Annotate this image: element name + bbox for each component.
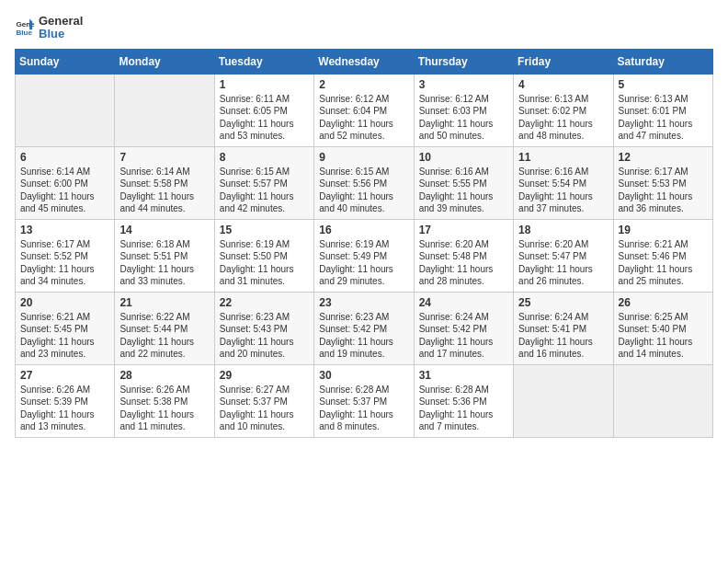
- calendar-cell: 19Sunrise: 6:21 AMSunset: 5:46 PMDayligh…: [613, 219, 712, 292]
- week-row-1: 1Sunrise: 6:11 AMSunset: 6:05 PMDaylight…: [16, 74, 713, 146]
- day-number: 6: [20, 151, 109, 164]
- day-number: 2: [319, 78, 408, 91]
- day-number: 26: [619, 296, 708, 309]
- calendar-cell: 30Sunrise: 6:28 AMSunset: 5:37 PMDayligh…: [314, 364, 414, 437]
- day-number: 25: [518, 296, 608, 309]
- day-number: 28: [119, 369, 209, 382]
- cell-text: Sunrise: 6:28 AMSunset: 5:36 PMDaylight:…: [419, 384, 508, 433]
- logo: General Blue General Blue: [15, 15, 83, 41]
- header: General Blue General Blue: [15, 15, 713, 41]
- calendar-cell: 9Sunrise: 6:15 AMSunset: 5:56 PMDaylight…: [314, 146, 414, 219]
- day-number: 1: [220, 78, 309, 91]
- day-number: 24: [419, 296, 508, 309]
- calendar-cell: [613, 364, 712, 437]
- cell-text: Sunrise: 6:26 AMSunset: 5:39 PMDaylight:…: [20, 384, 109, 433]
- calendar-cell: 7Sunrise: 6:14 AMSunset: 5:58 PMDaylight…: [115, 146, 214, 219]
- calendar-cell: 14Sunrise: 6:18 AMSunset: 5:51 PMDayligh…: [115, 219, 214, 292]
- cell-text: Sunrise: 6:11 AMSunset: 6:05 PMDaylight:…: [220, 93, 309, 143]
- svg-text:Blue: Blue: [16, 29, 32, 37]
- calendar-cell: 6Sunrise: 6:14 AMSunset: 6:00 PMDaylight…: [16, 146, 115, 219]
- cell-text: Sunrise: 6:20 AMSunset: 5:48 PMDaylight:…: [419, 238, 508, 288]
- day-number: 10: [419, 151, 508, 164]
- cell-text: Sunrise: 6:21 AMSunset: 5:46 PMDaylight:…: [619, 238, 708, 288]
- calendar-cell: 20Sunrise: 6:21 AMSunset: 5:45 PMDayligh…: [16, 292, 115, 364]
- day-number: 3: [419, 78, 508, 91]
- calendar-table: SundayMondayTuesdayWednesdayThursdayFrid…: [15, 49, 713, 438]
- cell-text: Sunrise: 6:17 AMSunset: 5:53 PMDaylight:…: [619, 166, 708, 215]
- logo-icon: General Blue: [15, 17, 35, 38]
- day-number: 13: [20, 224, 109, 236]
- calendar-cell: 17Sunrise: 6:20 AMSunset: 5:48 PMDayligh…: [414, 219, 513, 292]
- day-number: 18: [518, 224, 608, 236]
- day-number: 12: [619, 151, 708, 164]
- calendar-cell: 4Sunrise: 6:13 AMSunset: 6:02 PMDaylight…: [514, 74, 613, 146]
- cell-text: Sunrise: 6:22 AMSunset: 5:44 PMDaylight:…: [119, 311, 209, 361]
- header-row: SundayMondayTuesdayWednesdayThursdayFrid…: [16, 49, 713, 74]
- calendar-cell: 27Sunrise: 6:26 AMSunset: 5:39 PMDayligh…: [16, 364, 115, 437]
- cell-text: Sunrise: 6:19 AMSunset: 5:50 PMDaylight:…: [220, 238, 309, 288]
- day-number: 31: [419, 369, 508, 382]
- cell-text: Sunrise: 6:18 AMSunset: 5:51 PMDaylight:…: [119, 238, 209, 288]
- calendar-header: SundayMondayTuesdayWednesdayThursdayFrid…: [16, 49, 713, 74]
- day-number: 22: [220, 296, 309, 309]
- calendar-cell: 15Sunrise: 6:19 AMSunset: 5:50 PMDayligh…: [214, 219, 313, 292]
- page-container: General Blue General Blue SundayMondayTu…: [0, 0, 728, 447]
- day-number: 21: [119, 296, 209, 309]
- calendar-cell: 26Sunrise: 6:25 AMSunset: 5:40 PMDayligh…: [613, 292, 712, 364]
- week-row-4: 20Sunrise: 6:21 AMSunset: 5:45 PMDayligh…: [16, 292, 713, 364]
- calendar-cell: 31Sunrise: 6:28 AMSunset: 5:36 PMDayligh…: [414, 364, 513, 437]
- day-number: 9: [319, 151, 408, 164]
- cell-text: Sunrise: 6:20 AMSunset: 5:47 PMDaylight:…: [518, 238, 608, 288]
- calendar-cell: 8Sunrise: 6:15 AMSunset: 5:57 PMDaylight…: [214, 146, 313, 219]
- column-header-wednesday: Wednesday: [314, 49, 414, 74]
- calendar-cell: 13Sunrise: 6:17 AMSunset: 5:52 PMDayligh…: [16, 219, 115, 292]
- calendar-cell: 12Sunrise: 6:17 AMSunset: 5:53 PMDayligh…: [613, 146, 712, 219]
- calendar-cell: 23Sunrise: 6:23 AMSunset: 5:42 PMDayligh…: [314, 292, 414, 364]
- calendar-cell: 3Sunrise: 6:12 AMSunset: 6:03 PMDaylight…: [414, 74, 513, 146]
- day-number: 14: [119, 224, 209, 236]
- day-number: 4: [518, 78, 608, 91]
- day-number: 19: [619, 224, 708, 236]
- cell-text: Sunrise: 6:14 AMSunset: 6:00 PMDaylight:…: [20, 166, 109, 215]
- week-row-2: 6Sunrise: 6:14 AMSunset: 6:00 PMDaylight…: [16, 146, 713, 219]
- day-number: 30: [319, 369, 408, 382]
- day-number: 7: [119, 151, 209, 164]
- cell-text: Sunrise: 6:23 AMSunset: 5:43 PMDaylight:…: [220, 311, 309, 361]
- cell-text: Sunrise: 6:26 AMSunset: 5:38 PMDaylight:…: [119, 384, 209, 433]
- cell-text: Sunrise: 6:21 AMSunset: 5:45 PMDaylight:…: [20, 311, 109, 361]
- calendar-cell: 5Sunrise: 6:13 AMSunset: 6:01 PMDaylight…: [613, 74, 712, 146]
- week-row-3: 13Sunrise: 6:17 AMSunset: 5:52 PMDayligh…: [16, 219, 713, 292]
- calendar-cell: 29Sunrise: 6:27 AMSunset: 5:37 PMDayligh…: [214, 364, 313, 437]
- column-header-thursday: Thursday: [414, 49, 513, 74]
- cell-text: Sunrise: 6:12 AMSunset: 6:03 PMDaylight:…: [419, 93, 508, 143]
- week-row-5: 27Sunrise: 6:26 AMSunset: 5:39 PMDayligh…: [16, 364, 713, 437]
- day-number: 17: [419, 224, 508, 236]
- column-header-monday: Monday: [115, 49, 214, 74]
- cell-text: Sunrise: 6:24 AMSunset: 5:42 PMDaylight:…: [419, 311, 508, 361]
- day-number: 16: [319, 224, 408, 236]
- cell-text: Sunrise: 6:17 AMSunset: 5:52 PMDaylight:…: [20, 238, 109, 288]
- day-number: 20: [20, 296, 109, 309]
- day-number: 8: [220, 151, 309, 164]
- day-number: 11: [518, 151, 608, 164]
- cell-text: Sunrise: 6:13 AMSunset: 6:01 PMDaylight:…: [619, 93, 708, 143]
- cell-text: Sunrise: 6:19 AMSunset: 5:49 PMDaylight:…: [319, 238, 408, 288]
- calendar-cell: [514, 364, 613, 437]
- calendar-cell: 1Sunrise: 6:11 AMSunset: 6:05 PMDaylight…: [214, 74, 313, 146]
- day-number: 5: [619, 78, 708, 91]
- cell-text: Sunrise: 6:14 AMSunset: 5:58 PMDaylight:…: [119, 166, 209, 215]
- day-number: 15: [220, 224, 309, 236]
- logo-blue: Blue: [39, 28, 83, 40]
- cell-text: Sunrise: 6:16 AMSunset: 5:54 PMDaylight:…: [518, 166, 608, 215]
- cell-text: Sunrise: 6:25 AMSunset: 5:40 PMDaylight:…: [619, 311, 708, 361]
- cell-text: Sunrise: 6:15 AMSunset: 5:57 PMDaylight:…: [220, 166, 309, 215]
- column-header-friday: Friday: [514, 49, 613, 74]
- calendar-cell: 16Sunrise: 6:19 AMSunset: 5:49 PMDayligh…: [314, 219, 414, 292]
- column-header-saturday: Saturday: [613, 49, 712, 74]
- day-number: 23: [319, 296, 408, 309]
- cell-text: Sunrise: 6:12 AMSunset: 6:04 PMDaylight:…: [319, 93, 408, 143]
- calendar-cell: [16, 74, 115, 146]
- calendar-cell: 18Sunrise: 6:20 AMSunset: 5:47 PMDayligh…: [514, 219, 613, 292]
- day-number: 29: [220, 369, 309, 382]
- column-header-sunday: Sunday: [16, 49, 115, 74]
